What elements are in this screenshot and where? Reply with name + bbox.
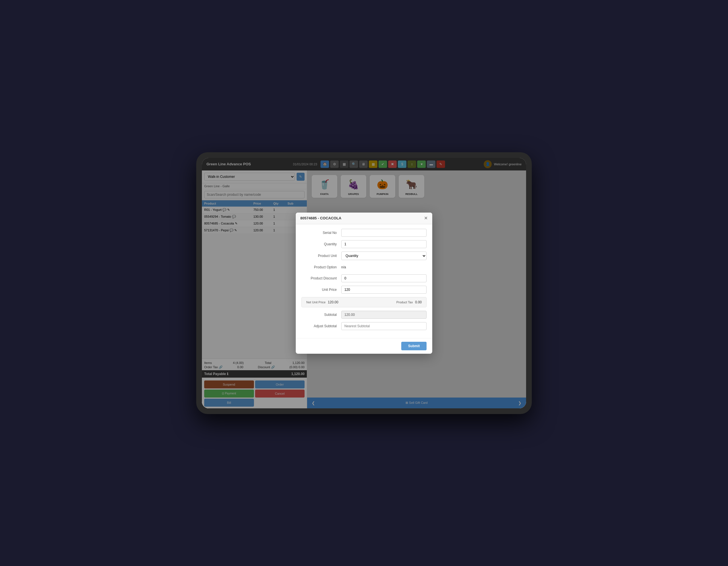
product-tax-group: Product Tax 0.00	[396, 300, 422, 304]
product-option-label: Product Option	[301, 265, 341, 269]
modal-header: 80574685 - COCACOLA ✕	[296, 212, 432, 224]
quantity-row: Quantity	[301, 240, 427, 248]
product-option-row: Product Option n/a	[301, 263, 427, 271]
unit-price-row: Unit Price	[301, 286, 427, 294]
product-discount-input[interactable]	[341, 274, 427, 282]
modal-footer: Submit	[296, 338, 432, 354]
adjust-subtotal-label: Adjust Subtotal	[301, 324, 341, 328]
product-unit-label: Product Unit	[301, 254, 341, 258]
net-price-row: Net Unit Price 120.00 Product Tax 0.00	[301, 297, 427, 307]
adjust-subtotal-row: Adjust Subtotal	[301, 322, 427, 330]
net-unit-price-label: Net Unit Price	[306, 301, 326, 304]
product-tax-label: Product Tax	[396, 301, 413, 304]
modal-body: Serial No Quantity Product Unit Quantity	[296, 224, 432, 338]
product-discount-label: Product Discount	[301, 276, 341, 280]
modal-close-button[interactable]: ✕	[424, 216, 428, 220]
quantity-label: Quantity	[301, 242, 341, 246]
serial-no-row: Serial No	[301, 229, 427, 237]
net-unit-price-group: Net Unit Price 120.00	[306, 300, 338, 304]
product-unit-select[interactable]: Quantity	[341, 251, 427, 260]
product-modal: 80574685 - COCACOLA ✕ Serial No Quantity	[296, 212, 432, 354]
unit-price-input[interactable]	[341, 286, 427, 294]
unit-price-label: Unit Price	[301, 288, 341, 292]
adjust-subtotal-input[interactable]	[341, 322, 427, 330]
product-tax-value: 0.00	[415, 300, 422, 304]
serial-no-input[interactable]	[341, 229, 427, 237]
product-unit-row: Product Unit Quantity	[301, 251, 427, 260]
submit-button[interactable]: Submit	[401, 342, 427, 350]
subtotal-label: Subtotal	[301, 313, 341, 317]
modal-overlay: 80574685 - COCACOLA ✕ Serial No Quantity	[202, 158, 526, 408]
serial-no-label: Serial No	[301, 231, 341, 235]
modal-title: 80574685 - COCACOLA	[300, 216, 342, 220]
product-discount-row: Product Discount	[301, 274, 427, 282]
net-unit-price-value: 120.00	[328, 300, 338, 304]
quantity-input[interactable]	[341, 240, 427, 248]
product-option-value: n/a	[341, 263, 427, 271]
subtotal-input	[341, 311, 427, 319]
subtotal-row: Subtotal	[301, 311, 427, 319]
